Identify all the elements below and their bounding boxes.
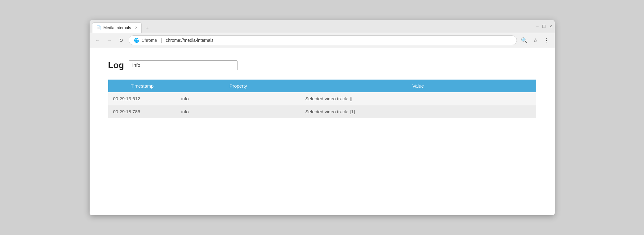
log-table: Timestamp Property Value 00:29:13 612inf… — [108, 80, 536, 118]
url-separator: | — [161, 37, 162, 43]
reload-button[interactable]: ↻ — [117, 36, 126, 45]
browser-window: 📄 Media Internals × + − □ × ← → ↻ 🌐 Chro… — [90, 20, 555, 215]
table-header: Timestamp Property Value — [108, 80, 536, 92]
table-row: 00:29:18 786infoSelected video track: [1… — [108, 105, 536, 118]
window-controls: − □ × — [536, 24, 552, 29]
col-value: Value — [300, 80, 536, 92]
minimize-button[interactable]: − — [536, 24, 539, 29]
address-bar: ← → ↻ 🌐 Chrome | chrome://media-internal… — [90, 33, 555, 48]
tab-page-icon: 📄 — [96, 25, 101, 30]
url-domain: Chrome — [142, 38, 157, 43]
forward-button[interactable]: → — [105, 36, 114, 45]
cell-value: Selected video track: [1] — [300, 105, 536, 118]
table-header-row: Timestamp Property Value — [108, 80, 536, 92]
search-zoom-button[interactable]: 🔍 — [520, 36, 529, 45]
cell-property: info — [176, 92, 300, 105]
tab-area: 📄 Media Internals × + — [92, 20, 534, 33]
active-tab[interactable]: 📄 Media Internals × — [92, 22, 142, 33]
col-timestamp: Timestamp — [108, 80, 176, 92]
url-bar[interactable]: 🌐 Chrome | chrome://media-internals — [129, 35, 517, 45]
close-button[interactable]: × — [549, 24, 552, 29]
cell-value: Selected video track: [] — [300, 92, 536, 105]
menu-button[interactable]: ⋮ — [542, 36, 551, 45]
cell-timestamp: 00:29:18 786 — [108, 105, 176, 118]
log-label: Log — [108, 60, 124, 70]
new-tab-button[interactable]: + — [143, 24, 152, 33]
title-bar: 📄 Media Internals × + − □ × — [90, 20, 555, 33]
bookmark-button[interactable]: ☆ — [531, 36, 540, 45]
table-body: 00:29:13 612infoSelected video track: []… — [108, 92, 536, 118]
col-property: Property — [176, 80, 300, 92]
back-button[interactable]: ← — [93, 36, 102, 45]
log-filter-input[interactable] — [129, 60, 238, 70]
tab-title: Media Internals — [104, 25, 131, 30]
tab-close-button[interactable]: × — [135, 25, 137, 30]
security-icon: 🌐 — [134, 38, 139, 43]
address-actions: 🔍 ☆ ⋮ — [520, 36, 551, 45]
cell-property: info — [176, 105, 300, 118]
table-row: 00:29:13 612infoSelected video track: [] — [108, 92, 536, 105]
maximize-button[interactable]: □ — [542, 24, 545, 29]
log-section: Log — [108, 60, 536, 70]
page-content: Log Timestamp Property Value 00:29:13 61… — [90, 48, 555, 215]
url-path: chrome://media-internals — [166, 38, 213, 43]
cell-timestamp: 00:29:13 612 — [108, 92, 176, 105]
